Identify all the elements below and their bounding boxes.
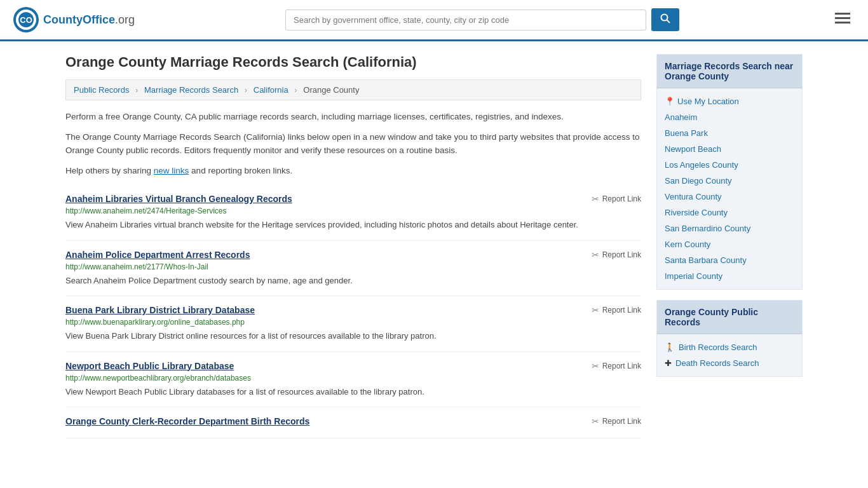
location-pin-icon: 📍 [665,97,675,106]
record-title-4[interactable]: Newport Beach Public Library Database [65,361,234,371]
record-desc-3: View Buena Park Library District online … [65,330,641,342]
scissors-icon-5: ✂ [592,416,599,426]
svg-rect-7 [835,17,850,19]
svg-point-4 [661,15,668,21]
report-link-5[interactable]: ✂ Report Link [592,416,641,426]
report-link-4[interactable]: ✂ Report Link [592,361,641,371]
san-diego-link[interactable]: San Diego County [665,176,732,186]
report-link-3[interactable]: ✂ Report Link [592,305,641,315]
sidebar-link-riverside: Riverside County [665,205,794,220]
sidebar-nearby-links: 📍 Use My Location Anaheim Buena Park New… [657,88,802,289]
sidebar-link-kern: Kern County [665,236,794,252]
breadcrumb-current: Orange County [303,85,359,95]
sidebar-death-records-item: ✚ Death Records Search [665,355,794,371]
record-title-1[interactable]: Anaheim Libraries Virtual Branch Genealo… [65,194,292,204]
newport-beach-link[interactable]: Newport Beach [665,144,721,154]
svg-rect-6 [835,13,850,15]
main-container: Orange County Marriage Records Search (C… [53,41,815,451]
sidebar-public-records-links: 🚶 Birth Records Search ✚ Death Records S… [657,334,802,376]
sidebar-link-buena-park: Buena Park [665,125,794,141]
record-desc-4: View Newport Beach Public Library databa… [65,386,641,398]
record-title-2[interactable]: Anaheim Police Department Arrest Records [65,250,250,260]
search-button[interactable] [651,8,679,31]
sidebar-public-records: Orange County Public Records 🚶 Birth Rec… [656,300,803,377]
sidebar-link-san-diego: San Diego County [665,173,794,189]
record-header-4: Newport Beach Public Library Database ✂ … [65,361,641,371]
sidebar-link-anaheim: Anaheim [665,109,794,125]
sidebar: Marriage Records Search near Orange Coun… [656,54,803,438]
record-entry-2: Anaheim Police Department Arrest Records… [65,241,641,297]
hamburger-icon [835,13,850,24]
logo-area: CO CountyOffice.org [13,6,135,33]
record-title-3[interactable]: Buena Park Library District Library Data… [65,305,255,315]
search-input[interactable] [285,10,646,30]
breadcrumb-marriage-records[interactable]: Marriage Records Search [144,85,238,95]
svg-text:CO: CO [20,15,32,25]
menu-button[interactable] [830,9,855,30]
riverside-link[interactable]: Riverside County [665,208,728,217]
description-3: Help others by sharing new links and rep… [65,165,641,177]
buena-park-link[interactable]: Buena Park [665,128,708,138]
record-url-2: http://www.anaheim.net/2177/Whos-In-Jail [65,262,641,271]
scissors-icon-3: ✂ [592,305,599,315]
record-header-2: Anaheim Police Department Arrest Records… [65,250,641,260]
sidebar-link-imperial: Imperial County [665,268,794,284]
search-area [285,8,679,31]
anaheim-link[interactable]: Anaheim [665,112,697,122]
santa-barbara-link[interactable]: Santa Barbara County [665,255,747,265]
ventura-link[interactable]: Ventura County [665,192,722,201]
new-links-link[interactable]: new links [154,166,189,175]
person-icon: 🚶 [665,342,675,352]
sidebar-link-santa-barbara: Santa Barbara County [665,252,794,268]
sidebar-birth-records-item: 🚶 Birth Records Search [665,339,794,355]
breadcrumb-sep-1: › [135,85,138,95]
record-url-3: http://www.buenaparklirary.org/online_da… [65,318,641,327]
record-entry-3: Buena Park Library District Library Data… [65,296,641,352]
record-url-1: http://www.anaheim.net/2474/Heritage-Ser… [65,207,641,215]
san-bernardino-link[interactable]: San Bernardino County [665,224,750,233]
death-records-link[interactable]: Death Records Search [675,358,759,368]
breadcrumb-public-records[interactable]: Public Records [74,85,129,95]
record-entry-1: Anaheim Libraries Virtual Branch Genealo… [65,185,641,241]
record-desc-1: View Anaheim Libraries virtual branch we… [65,219,641,231]
breadcrumb-sep-3: › [294,85,297,95]
sidebar-public-records-title: Orange County Public Records [657,301,802,334]
content-area: Orange County Marriage Records Search (C… [65,54,641,438]
page-title: Orange County Marriage Records Search (C… [65,54,641,71]
record-header-5: Orange County Clerk-Recorder Department … [65,416,641,426]
scissors-icon-4: ✂ [592,361,599,371]
record-url-4: http://www.newportbeachlibrary.org/ebran… [65,374,641,383]
use-my-location-link[interactable]: Use My Location [677,97,739,106]
plus-icon: ✚ [665,358,672,368]
record-entry-5: Orange County Clerk-Recorder Department … [65,407,641,438]
description-1: Perform a free Orange County, CA public … [65,111,641,123]
header: CO CountyOffice.org [0,0,868,41]
record-desc-2: Search Anaheim Police Department custody… [65,274,641,287]
scissors-icon-1: ✂ [592,194,599,204]
search-icon [660,13,670,24]
sidebar-nearby-title: Marriage Records Search near Orange Coun… [657,55,802,88]
breadcrumb: Public Records › Marriage Records Search… [65,79,641,100]
kern-link[interactable]: Kern County [665,240,710,249]
svg-rect-8 [835,22,850,24]
record-header-1: Anaheim Libraries Virtual Branch Genealo… [65,194,641,204]
birth-records-link[interactable]: Birth Records Search [679,342,757,352]
report-link-2[interactable]: ✂ Report Link [592,250,641,260]
scissors-icon-2: ✂ [592,250,599,260]
imperial-link[interactable]: Imperial County [665,271,722,281]
sidebar-link-los-angeles: Los Angeles County [665,157,794,173]
description-2: The Orange County Marriage Records Searc… [65,131,641,157]
breadcrumb-california[interactable]: California [254,85,288,95]
logo-icon: CO [13,6,39,33]
sidebar-link-newport-beach: Newport Beach [665,141,794,157]
sidebar-nearby: Marriage Records Search near Orange Coun… [656,54,803,290]
report-link-1[interactable]: ✂ Report Link [592,194,641,204]
record-header-3: Buena Park Library District Library Data… [65,305,641,315]
record-title-5[interactable]: Orange County Clerk-Recorder Department … [65,416,309,426]
sidebar-link-san-bernardino: San Bernardino County [665,220,794,236]
los-angeles-link[interactable]: Los Angeles County [665,160,738,170]
record-entry-4: Newport Beach Public Library Database ✂ … [65,352,641,408]
logo-text: CountyOffice.org [43,13,135,27]
breadcrumb-sep-2: › [245,85,247,95]
svg-line-5 [667,20,670,24]
